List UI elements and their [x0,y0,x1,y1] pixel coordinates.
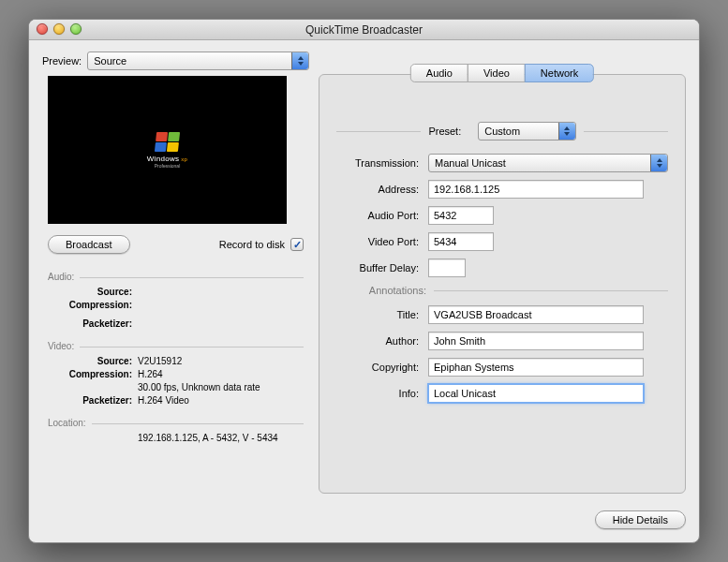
record-to-disk-checkbox[interactable]: ✓ [290,238,304,251]
window-title: QuickTime Broadcaster [305,23,423,37]
preset-select[interactable]: Custom [478,122,575,140]
audio-info-header: Audio: [48,271,304,284]
info-input[interactable] [428,384,644,403]
zoom-icon[interactable] [70,23,82,35]
audio-info-group: Audio: Source: Compression: Packetizer: [48,265,304,331]
preset-select-value: Custom [484,126,520,137]
title-label: Title: [336,309,428,320]
audio-port-input[interactable] [428,206,494,225]
preview-select-value: Source [94,55,126,67]
address-input[interactable] [428,180,644,199]
settings-tabs: Audio Video Network [410,64,594,82]
left-column: Preview: Source Windows xp Professional [42,50,309,494]
preset-label: Preset: [428,126,470,137]
buffer-delay-input[interactable] [428,259,466,277]
transmission-select-value: Manual Unicast [435,157,506,169]
transmission-select[interactable]: Manual Unicast [428,154,668,172]
buffer-delay-label: Buffer Delay: [336,262,428,274]
hide-details-button[interactable]: Hide Details [595,510,686,529]
preview-logo-sup: xp [181,156,187,162]
copyright-label: Copyright: [336,362,428,373]
annotations-label: Annotations: [336,285,426,296]
close-icon[interactable] [37,23,48,35]
preview-logo-sub: Professional [155,163,181,169]
copyright-input[interactable] [428,358,644,377]
chevrons-icon [558,123,575,140]
location-info-group: Location: 192.168.1.125, A - 5432, V - 5… [48,411,304,445]
tab-video[interactable]: Video [468,64,526,82]
minimize-icon[interactable] [53,23,65,35]
location-info-header: Location: [48,417,304,430]
preview-logo-text: Windows [147,155,180,163]
chevrons-icon [291,52,308,69]
audio-port-label: Audio Port: [336,210,428,221]
titlebar[interactable]: QuickTime Broadcaster [29,20,699,40]
upper-area: Preview: Source Windows xp Professional [42,50,686,494]
windows-flag-icon [155,132,180,152]
footer: Hide Details [42,510,686,529]
tab-network[interactable]: Network [525,64,594,82]
transmission-label: Transmission: [336,157,428,169]
broadcast-button[interactable]: Broadcast [48,235,130,254]
author-label: Author: [336,335,428,347]
video-port-input[interactable] [428,232,494,251]
preview-screen: Windows xp Professional [48,76,287,224]
content-area: Preview: Source Windows xp Professional [29,40,699,542]
address-label: Address: [336,184,428,195]
info-label: Info: [336,388,428,399]
app-window: QuickTime Broadcaster Preview: Source [28,19,700,543]
video-info-group: Video: Source:V2U15912 Compression:H.264… [48,334,304,407]
title-input[interactable] [428,305,644,324]
traffic-lights [37,23,82,35]
video-info-header: Video: [48,340,304,353]
record-to-disk-label: Record to disk [219,239,285,250]
preview-select[interactable]: Source [87,52,309,70]
tab-audio[interactable]: Audio [410,64,468,82]
settings-panel: Audio Video Network Preset: Custom [319,74,686,494]
preview-label: Preview: [42,55,82,67]
video-port-label: Video Port: [336,236,428,247]
right-column: Audio Video Network Preset: Custom [319,50,686,494]
author-input[interactable] [428,332,644,350]
chevrons-icon [650,155,667,171]
